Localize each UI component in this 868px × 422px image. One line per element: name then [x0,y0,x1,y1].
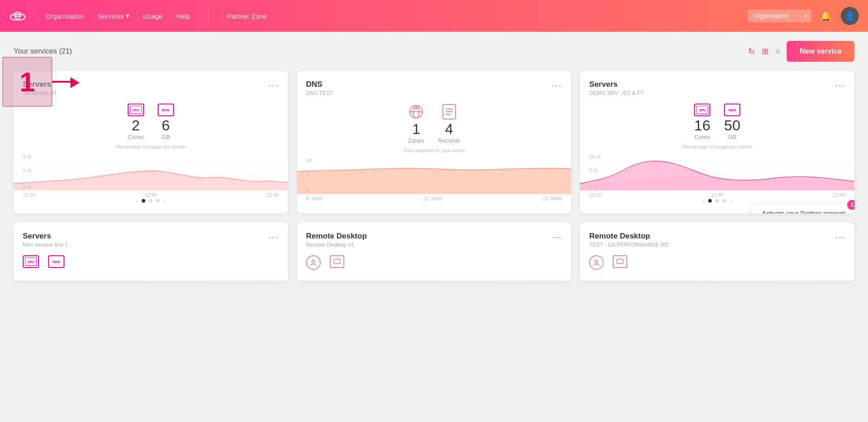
metric-cpu-3: CPU 16 Cores [694,104,710,140]
chart-2-t3: 12. MAR [543,196,562,201]
chart-3-t2: 12:40 [711,192,724,198]
notif-badge: 1 [847,200,854,210]
bottom-card-header-2: Remote Desktop Remote Desktop #1 ··· [306,232,562,248]
bottom-card-2-type: Remote Desktop [306,232,367,241]
chart-2-top: 10 [306,158,312,163]
card-1-metrics: CPU 2 Cores RAM 6 GB [23,104,279,140]
refresh-button[interactable]: ↻ [748,46,755,56]
bottom-card-1-more[interactable]: ··· [268,232,279,242]
chart-1: 2 % 1 % 0 % 12:30 12:40 12:50 [14,154,288,199]
card-1-desc: Percentage of usage per server [23,144,279,149]
bottom-ram-icon-1: RAM [48,255,64,268]
bottom-card-1-type: Servers [23,232,68,241]
card-3-more[interactable]: ··· [835,80,845,90]
main-content: 1 Your services (21) ↻ ⊞ ≡ New service S… [0,32,868,291]
card-dns: DNS DNS TEST ··· 1 Zon [297,71,571,213]
card-1-more[interactable]: ··· [268,80,279,90]
bottom-card-3-type: Remote Desktop [589,232,668,241]
org-select[interactable]: Organisation [748,10,811,22]
chart-1-times: 12:30 12:40 12:50 [14,192,288,198]
card-header-2: DNS DNS TEST ··· [306,80,562,96]
nav-right: Organisation 🔔 👤 [748,7,859,25]
annotation-number: 1 [20,66,35,98]
metric-ram-label-3: GB [724,134,740,140]
logo-icon [9,8,27,25]
svg-rect-16 [333,259,340,263]
bottom-card-3-more[interactable]: ··· [835,232,845,242]
card-2-metrics: 1 Zones 4 Records [306,104,562,144]
metric-zones-label: Zones [408,137,424,144]
ram-icon-3: RAM [724,104,740,116]
chart-3-zero: 0 % [589,184,598,189]
metric-ram-3: RAM 50 GB [724,104,740,140]
chart-1-top: 2 % [23,154,31,159]
page-dot-3-2 [715,199,719,203]
gradient-line-1 [14,281,288,282]
bottom-card-header-3: Remote Desktop TEST - DA PERFORMANCE RD … [589,232,845,248]
metric-cpu-value-3: 16 [694,118,710,133]
bottom-card-3-subtitle: TEST - DA PERFORMANCE RD [589,242,668,248]
card-2-more[interactable]: ··· [552,80,562,90]
nav-usage[interactable]: Usage [143,9,163,23]
card-3-subtitle: DEMO SRV - ES & PT [589,90,644,96]
nav-links: Organisation Services ▾ Usage Help Partn… [45,9,748,23]
chart-3-times: 12:30 12:40 12:50 [580,192,854,198]
ram-icon-1: RAM [158,104,174,116]
gradient-line-2 [297,281,571,282]
cpu-icon-3: CPU [694,104,710,116]
metric-ram-value-1: 6 [158,118,174,133]
user-avatar[interactable]: 👤 [841,7,859,25]
page-dot-1-2 [149,199,153,203]
notif-tooltip: Activate your Partner account [753,204,854,213]
card-2-subtitle: DNS TEST [306,90,333,96]
chart-2: 10 5 0 8. MAR 10. MAR 12. MAR [297,158,571,203]
cpu-icon-1: CPU [128,104,144,116]
card-servers-2: Servers DEMO SRV - ES & PT ··· CPU 16 Co… [580,71,854,213]
nav-services[interactable]: Services ▾ [98,9,129,23]
metric-cpu-label-1: Cores [128,134,144,140]
new-service-button[interactable]: New service [787,41,854,62]
user-icon-2 [306,255,321,270]
metric-records-value: 4 [438,122,460,136]
zones-icon [408,104,424,120]
card-3-desc: Percentage of usage per server [589,144,845,149]
metric-cpu-1: CPU 2 Cores [128,104,144,140]
services-controls: ↻ ⊞ ≡ New service [748,41,854,62]
records-icon [442,104,456,120]
svg-point-8 [415,107,417,109]
notification-bell[interactable]: 🔔 [820,10,832,21]
svg-point-15 [312,260,314,263]
org-select-wrapper: Organisation [748,10,811,22]
page-dot-1-3 [156,199,160,203]
chart-1-t3: 12:50 [266,192,279,198]
metric-zones: 1 Zones [408,104,424,144]
chart-2-mid: 5 [306,171,309,177]
card-2-desc: Total requests in your areas [306,148,562,153]
nav-organisation[interactable]: Organisation [45,9,84,23]
list-view-button[interactable]: ≡ [775,47,780,56]
chart-3-t3: 12:50 [833,192,845,198]
cards-grid: Servers Servidores #3 ··· CPU 2 Cores RA… [14,71,854,213]
bottom-cpu-icon-1: CPU [23,255,39,268]
nav-separator [208,9,209,23]
bottom-card-1: Servers Mon serveur test 1 ··· CPU RAM [14,223,288,282]
page-dot-3-3 [723,199,726,203]
bottom-card-2-more[interactable]: ··· [552,232,562,242]
page-dot-3-1 [708,199,712,203]
bottom-card-3-icons [589,255,845,270]
chart-3-mid: 5 % [589,168,598,173]
metric-records: 4 Records [438,104,460,144]
metric-zones-value: 1 [408,122,424,136]
grid-view-button[interactable]: ⊞ [762,46,769,56]
page-dot-1-1 [142,199,145,203]
metric-cpu-label-3: Cores [694,134,710,140]
chart-3-t1: 12:30 [589,192,602,198]
card-2-type: DNS [306,80,333,89]
nav-help[interactable]: Help [176,9,190,23]
nav-partner-zone[interactable]: Partner Zone [227,9,267,23]
chart-3: 10 % 5 % 0 % 12:30 12:40 12:50 [580,154,854,199]
desktop-icon-2 [330,255,344,268]
annotation-overlay: 1 [2,57,79,107]
chart-2-times: 8. MAR 10. MAR 12. MAR [297,196,571,201]
metric-cpu-value-1: 2 [128,118,144,133]
